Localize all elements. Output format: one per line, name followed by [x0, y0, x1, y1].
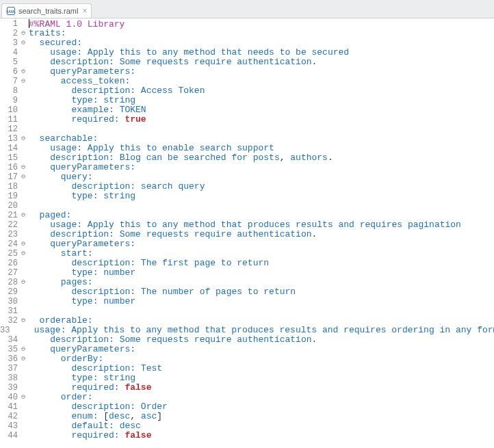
line-number: 4	[0, 48, 19, 57]
line-number: 9	[0, 96, 19, 105]
line-number: 35	[0, 345, 19, 354]
line-number: 26	[0, 259, 19, 268]
fold-toggle[interactable]	[19, 38, 27, 48]
fold-toggle[interactable]	[19, 239, 27, 249]
line-number: 20	[0, 201, 19, 211]
line-number: 24	[0, 239, 19, 249]
line-number: 16	[0, 163, 19, 172]
fold-toggle[interactable]	[19, 77, 27, 86]
line-number: 14	[0, 144, 19, 153]
line-number: 37	[0, 364, 19, 373]
line-number: 38	[0, 373, 19, 383]
fold-toggle[interactable]	[19, 345, 27, 354]
line-number: 44	[0, 431, 19, 440]
line-number: 11	[0, 115, 19, 124]
line-number: 39	[0, 383, 19, 393]
line-number: 15	[0, 153, 19, 163]
editor-tab[interactable]: RAML search_traits.raml ×	[1, 3, 92, 18]
line-number: 19	[0, 192, 19, 201]
line-number: 41	[0, 402, 19, 412]
line-number: 34	[0, 335, 19, 345]
line-number: 12	[0, 124, 19, 134]
fold-toggle[interactable]	[19, 393, 27, 402]
fold-toggle[interactable]	[19, 134, 27, 144]
code-editor[interactable]: 1#%RAML 1.0 Library 2traits: 3 secured: …	[0, 18, 494, 440]
line-number: 3	[0, 38, 19, 48]
line-number: 36	[0, 354, 19, 364]
line-number: 6	[0, 67, 19, 77]
fold-toggle[interactable]	[19, 172, 27, 182]
tab-filename: search_traits.raml	[18, 6, 78, 16]
line-number: 21	[0, 211, 19, 220]
line-number: 5	[0, 57, 19, 67]
line-number: 8	[0, 86, 19, 96]
line-number: 31	[0, 306, 19, 316]
fold-toggle[interactable]	[19, 29, 27, 38]
line-number: 23	[0, 230, 19, 239]
line-number: 1	[0, 19, 19, 29]
close-icon[interactable]: ×	[82, 7, 87, 15]
svg-text:RAML: RAML	[6, 10, 16, 14]
raml-file-icon: RAML	[6, 6, 16, 16]
line-number: 28	[0, 278, 19, 287]
line-number: 25	[0, 249, 19, 259]
line-number: 17	[0, 172, 19, 182]
fold-toggle[interactable]	[19, 211, 27, 220]
line-number: 7	[0, 77, 19, 86]
line-number: 10	[0, 105, 19, 115]
line-number: 43	[0, 421, 19, 431]
fold-toggle[interactable]	[19, 354, 27, 364]
line-number: 40	[0, 393, 19, 402]
line-number: 29	[0, 287, 19, 297]
line-number: 27	[0, 268, 19, 278]
fold-toggle[interactable]	[19, 67, 27, 77]
line-number: 33	[0, 326, 11, 335]
fold-toggle[interactable]	[19, 278, 27, 287]
line-number: 30	[0, 297, 19, 306]
fold-toggle[interactable]	[19, 163, 27, 172]
line-number: 18	[0, 182, 19, 192]
tab-bar: RAML search_traits.raml ×	[0, 0, 494, 18]
line-number: 42	[0, 412, 19, 421]
fold-toggle[interactable]	[19, 249, 27, 259]
line-number: 32	[0, 316, 19, 326]
line-number: 13	[0, 134, 19, 144]
line-number: 2	[0, 29, 19, 38]
line-number: 22	[0, 220, 19, 230]
fold-toggle[interactable]	[19, 316, 27, 326]
